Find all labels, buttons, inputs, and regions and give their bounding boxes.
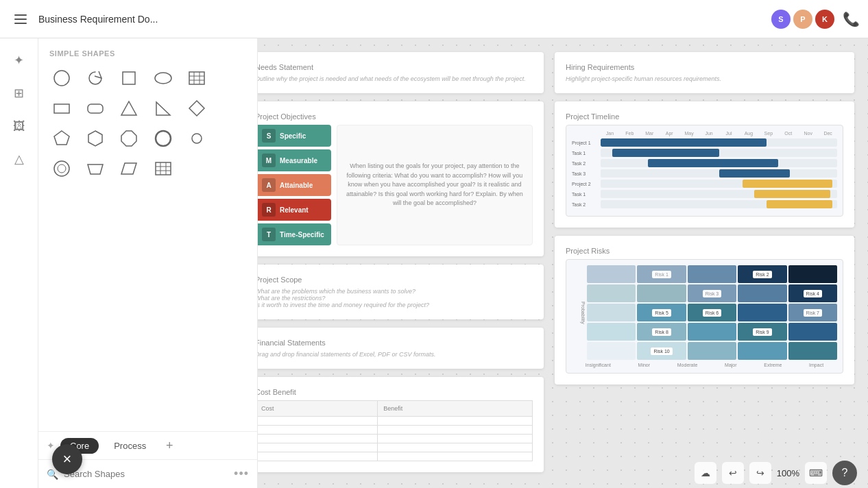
gantt-col: Jul [720, 131, 738, 136]
financial-statements-content: Drag and drop financial statements of Ex… [255, 351, 533, 358]
cost-benefit-table: Cost Benefit [255, 400, 533, 461]
gantt-row-label: Task 2 [572, 202, 599, 207]
svg-marker-10 [121, 101, 136, 115]
svg-rect-1 [123, 72, 135, 84]
svg-marker-13 [54, 131, 69, 145]
shapes-panel: SIMPLE SHAPES [38, 38, 258, 488]
shape-circle[interactable] [49, 66, 74, 90]
table-row [256, 435, 533, 443]
shape-diamond[interactable] [184, 96, 209, 121]
project-scope-title: Project Scope [255, 276, 533, 284]
risk-cell [688, 342, 736, 360]
shape-refresh[interactable] [83, 66, 108, 90]
sidebar-image-button[interactable]: 🖼 [5, 112, 33, 140]
risk-cell [637, 284, 686, 302]
risk-cell [587, 265, 636, 283]
shape-right-triangle[interactable] [151, 96, 176, 121]
smart-description: When listing out the goals for your proj… [343, 162, 527, 208]
risk-cell: Risk 3 [688, 284, 736, 302]
document-area: Needs Statement Outline why the project … [230, 38, 868, 488]
sidebar-crop-button[interactable]: ⊞ [5, 80, 33, 107]
risk-cell [587, 304, 636, 321]
smart-m: MMeasurable [255, 149, 331, 171]
sidebar-shapes-button[interactable]: ✦ [5, 47, 33, 74]
hiring-requirements-title: Hiring Requirements [566, 63, 843, 71]
shape-hexagon[interactable] [83, 126, 108, 151]
project-objectives-card: Project Objectives SSpecific MMeasurable… [244, 101, 544, 256]
help-button[interactable]: ? [832, 461, 857, 485]
tab-icon: ✦ [47, 440, 55, 451]
shape-trapezoid[interactable] [83, 156, 108, 181]
menu-button[interactable] [8, 7, 33, 32]
shape-ellipse[interactable] [151, 66, 176, 90]
call-icon[interactable]: 📞 [843, 11, 860, 27]
gantt-row-label: Task 3 [572, 171, 599, 176]
svg-rect-9 [88, 104, 103, 113]
shapes-grid-area: SIMPLE SHAPES [38, 38, 257, 431]
gantt-track [601, 180, 837, 188]
shape-square[interactable] [117, 66, 141, 90]
needs-statement-card: Needs Statement Outline why the project … [244, 52, 544, 93]
smart-a: AAttainable [255, 174, 331, 196]
gantt-row: Task 2 [572, 200, 837, 208]
redo-button[interactable]: ↪ [749, 462, 771, 484]
shape-circle-sm[interactable] [184, 126, 209, 151]
risk-cell [587, 284, 636, 302]
more-options-icon[interactable]: ••• [234, 467, 249, 481]
gantt-col: Aug [739, 131, 758, 136]
smart-r: RRelevant [255, 199, 331, 221]
risk-cell [738, 342, 786, 360]
gantt-track [601, 138, 837, 147]
risk-grid: Probability Risk 1 Risk 2 Risk 3 [572, 265, 837, 360]
shape-circle-outline[interactable] [151, 126, 176, 151]
gantt-chart: Jan Feb Mar Apr May Jun Jul Aug Sep Oct … [566, 125, 843, 217]
gantt-track [601, 190, 837, 198]
smart-left: SSpecific MMeasurable AAttainable RRelev… [255, 125, 331, 245]
sidebar-draw-button[interactable]: △ [5, 145, 33, 173]
hiring-requirements-card: Hiring Requirements Highlight project-sp… [555, 52, 854, 93]
svg-point-19 [58, 164, 66, 173]
collaborators: S P K 📞 [771, 10, 860, 29]
shape-table-h[interactable] [184, 66, 209, 90]
shape-pentagon[interactable] [49, 126, 74, 151]
risk-cell [688, 323, 736, 341]
shape-parallelogram[interactable] [117, 156, 141, 181]
probability-label: Probability [572, 265, 586, 360]
tab-add-button[interactable]: + [161, 437, 178, 454]
svg-marker-12 [189, 101, 204, 116]
project-risks-card: Project Risks Probability Risk 1 Risk 2 [555, 236, 854, 385]
gantt-col: Mar [640, 131, 659, 136]
svg-marker-21 [121, 163, 136, 174]
document-title: Business Requirement Do... [38, 14, 158, 25]
gantt-row: Project 1 [572, 138, 837, 147]
gantt-track [601, 159, 837, 167]
keyboard-button[interactable]: ⌨ [805, 462, 827, 484]
project-scope-content: What are the problems which the business… [255, 288, 533, 308]
shape-table-v[interactable] [151, 156, 176, 181]
gantt-row-label: Task 1 [572, 151, 599, 156]
bottom-bar: ☁ ↩ ↪ 100% ⌨ ? [684, 458, 868, 488]
svg-rect-22 [156, 162, 171, 175]
avatar-k: K [815, 10, 834, 29]
shape-triangle[interactable] [117, 96, 141, 121]
main-canvas[interactable]: SIMPLE SHAPES [38, 38, 868, 488]
shape-empty3 [218, 126, 243, 151]
shape-circle-lg[interactable] [49, 156, 74, 181]
shape-rounded-rect[interactable] [83, 96, 108, 121]
fab-close-button[interactable]: × [52, 444, 82, 474]
cloud-button[interactable]: ☁ [695, 462, 716, 484]
shape-rect[interactable] [49, 96, 74, 121]
svg-point-17 [192, 134, 202, 143]
undo-button[interactable]: ↩ [722, 462, 744, 484]
search-input[interactable] [64, 469, 228, 479]
shape-octagon[interactable] [117, 126, 141, 151]
risk-cell [688, 265, 736, 283]
gantt-col: Jan [601, 131, 619, 136]
smart-goals-diagram: SSpecific MMeasurable AAttainable RRelev… [255, 125, 533, 245]
tab-process[interactable]: Process [104, 438, 156, 454]
risk-cell: Risk 9 [738, 323, 786, 341]
avatar-s: S [771, 10, 791, 29]
gantt-row: Task 1 [572, 149, 837, 157]
risk-cell: Risk 4 [788, 284, 837, 302]
section-label: SIMPLE SHAPES [49, 49, 246, 58]
